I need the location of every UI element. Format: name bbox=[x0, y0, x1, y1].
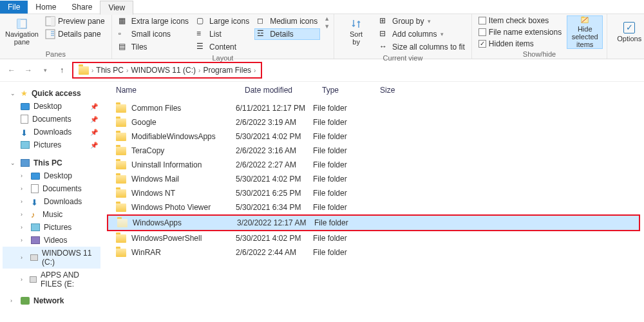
group-by-button[interactable]: ⊞Group by▾ bbox=[377, 15, 468, 27]
file-row[interactable]: Common Files6/11/2021 12:17 PMFile folde… bbox=[107, 101, 640, 115]
tab-view[interactable]: View bbox=[100, 1, 133, 15]
sidebar-item-pictures-pc[interactable]: ›Pictures bbox=[3, 221, 100, 234]
folder-icon bbox=[116, 175, 126, 184]
column-headers[interactable]: Name Date modified Type Size bbox=[107, 82, 640, 101]
breadcrumb-item[interactable]: Program Files› bbox=[203, 66, 256, 75]
sidebar-item-downloads-pc[interactable]: ›⬇Downloads bbox=[3, 195, 100, 208]
sidebar-item-drive-c[interactable]: ›WINDOWS 11 (C:) bbox=[3, 247, 100, 269]
add-columns-icon: ⊟ bbox=[379, 29, 390, 39]
sidebar-item-videos[interactable]: ›Videos bbox=[3, 234, 100, 247]
file-type: File folder bbox=[313, 118, 371, 127]
file-row[interactable]: Windows Mail5/30/2021 4:02 PMFile folder bbox=[107, 172, 640, 186]
file-date: 3/20/2022 12:17 AM bbox=[237, 218, 314, 227]
download-icon: ⬇ bbox=[31, 198, 40, 205]
tab-home[interactable]: Home bbox=[28, 1, 64, 14]
sidebar-item-desktop-pc[interactable]: ›Desktop bbox=[3, 169, 100, 182]
file-row[interactable]: WindowsPowerShell5/30/2021 4:02 PMFile f… bbox=[107, 231, 640, 245]
column-name[interactable]: Name bbox=[116, 86, 245, 95]
options-button[interactable]: ✓ Options bbox=[611, 15, 644, 49]
tab-file[interactable]: File bbox=[0, 1, 28, 14]
file-row[interactable]: Windows Photo Viewer5/30/2021 6:34 PMFil… bbox=[107, 200, 640, 214]
sidebar-item-drive-e[interactable]: ›APPS AND FILES (E: bbox=[3, 269, 100, 290]
sidebar-item-music[interactable]: ›♪Music bbox=[3, 208, 100, 221]
chevron-right-icon: › bbox=[198, 67, 200, 74]
layout-scroll-up-icon[interactable]: ▲ bbox=[324, 15, 330, 22]
file-row[interactable]: Uninstall Information2/6/2022 2:27 AMFil… bbox=[107, 158, 640, 172]
hide-selected-items-button[interactable]: Hide selected items bbox=[567, 15, 603, 49]
layout-large-icons[interactable]: ▢Large icons bbox=[194, 15, 252, 27]
layout-tiles[interactable]: ▤Tiles bbox=[116, 41, 191, 53]
folder-icon bbox=[116, 133, 126, 141]
file-row[interactable]: WindowsApps3/20/2022 12:17 AMFile folder bbox=[108, 216, 639, 230]
tab-share[interactable]: Share bbox=[64, 1, 100, 14]
file-date: 5/30/2021 6:34 PM bbox=[236, 203, 313, 212]
breadcrumb-item[interactable]: WINDOWS 11 (C:)› bbox=[131, 66, 200, 75]
layout-medium-icons[interactable]: ◻Medium icons bbox=[254, 15, 320, 27]
star-icon: ★ bbox=[21, 89, 28, 98]
sort-icon bbox=[351, 19, 361, 29]
preview-pane-icon bbox=[45, 16, 55, 26]
sidebar-item-desktop[interactable]: Desktop📌 bbox=[3, 100, 100, 113]
file-row[interactable]: Google2/6/2022 3:19 AMFile folder bbox=[107, 115, 640, 129]
quick-access-node[interactable]: ⌄★Quick access bbox=[3, 87, 100, 100]
folder-icon bbox=[116, 104, 126, 113]
pictures-icon bbox=[31, 223, 40, 231]
medium-icons-icon: ◻ bbox=[257, 16, 267, 26]
sidebar-item-downloads[interactable]: ⬇Downloads📌 bbox=[3, 126, 100, 138]
file-date: 5/30/2021 4:02 PM bbox=[236, 175, 313, 184]
file-name: WinRAR bbox=[131, 248, 161, 257]
forward-button[interactable]: → bbox=[22, 64, 35, 77]
layout-details[interactable]: ☲Details bbox=[254, 28, 320, 40]
file-row[interactable]: Windows NT5/30/2021 6:25 PMFile folder bbox=[107, 186, 640, 200]
network-node[interactable]: ›Network bbox=[3, 294, 100, 307]
layout-xl-icons[interactable]: ▦Extra large icons bbox=[116, 15, 191, 27]
folder-icon bbox=[116, 249, 126, 257]
file-date: 2/6/2022 3:19 AM bbox=[236, 118, 313, 127]
file-date: 2/6/2022 3:16 AM bbox=[236, 146, 313, 155]
ribbon-group-options: ✓ Options bbox=[607, 14, 644, 59]
file-name-extensions-toggle[interactable]: File name extensions bbox=[476, 27, 564, 37]
item-check-boxes-toggle[interactable]: Item check boxes bbox=[476, 15, 564, 26]
sidebar-item-pictures[interactable]: Pictures📌 bbox=[3, 138, 100, 151]
sort-by-button[interactable]: Sort by bbox=[338, 15, 374, 49]
preview-pane-button[interactable]: Preview pane bbox=[43, 15, 108, 27]
sidebar-item-documents-pc[interactable]: ›Documents bbox=[3, 182, 100, 195]
folder-icon bbox=[79, 66, 89, 75]
download-icon: ⬇ bbox=[21, 128, 30, 136]
hidden-items-toggle[interactable]: Hidden items bbox=[476, 39, 564, 49]
file-name: TeraCopy bbox=[131, 146, 164, 155]
file-date: 5/30/2021 4:02 PM bbox=[236, 234, 313, 243]
nav-pane-icon bbox=[17, 19, 27, 29]
document-icon bbox=[21, 115, 28, 124]
details-pane-button[interactable]: Details pane bbox=[43, 28, 108, 40]
up-button[interactable]: ↑ bbox=[55, 64, 68, 77]
recent-locations-button[interactable]: ▾ bbox=[39, 64, 52, 77]
sidebar-item-documents[interactable]: Documents📌 bbox=[3, 113, 100, 126]
chevron-right-icon: › bbox=[21, 254, 26, 261]
ribbon-group-panes: Navigation pane Preview pane Details pan… bbox=[0, 14, 112, 59]
column-type[interactable]: Type bbox=[322, 86, 380, 95]
file-type: File folder bbox=[313, 132, 371, 141]
chevron-right-icon: › bbox=[21, 185, 27, 192]
file-row[interactable]: TeraCopy2/6/2022 3:16 AMFile folder bbox=[107, 144, 640, 158]
file-row[interactable]: ModifiableWindowsApps5/30/2021 4:02 PMFi… bbox=[107, 129, 640, 144]
breadcrumb-item[interactable]: This PC› bbox=[96, 66, 128, 75]
ribbon-group-current-view: Sort by ⊞Group by▾ ⊟Add columns▾ ↔Size a… bbox=[334, 14, 472, 59]
layout-scroll-down-icon[interactable]: ▼ bbox=[324, 23, 330, 30]
add-columns-button[interactable]: ⊟Add columns▾ bbox=[377, 28, 468, 40]
small-icons-icon: ▫ bbox=[118, 29, 129, 39]
file-type: File folder bbox=[313, 203, 371, 212]
layout-content[interactable]: ☰Content bbox=[194, 41, 252, 53]
chevron-right-icon: › bbox=[21, 276, 26, 283]
network-icon bbox=[21, 297, 30, 305]
navigation-pane-button[interactable]: Navigation pane bbox=[4, 15, 40, 49]
layout-list[interactable]: ≡List bbox=[194, 28, 252, 40]
file-row[interactable]: WinRAR2/6/2022 2:44 AMFile folder bbox=[107, 245, 640, 260]
back-button[interactable]: ← bbox=[5, 64, 18, 77]
column-date[interactable]: Date modified bbox=[245, 86, 322, 95]
column-size[interactable]: Size bbox=[380, 86, 419, 95]
breadcrumb[interactable]: › This PC› WINDOWS 11 (C:)› Program File… bbox=[72, 62, 262, 79]
layout-small-icons[interactable]: ▫Small icons bbox=[116, 28, 191, 40]
this-pc-node[interactable]: ⌄This PC bbox=[3, 156, 100, 169]
size-columns-button[interactable]: ↔Size all columns to fit bbox=[377, 41, 468, 53]
